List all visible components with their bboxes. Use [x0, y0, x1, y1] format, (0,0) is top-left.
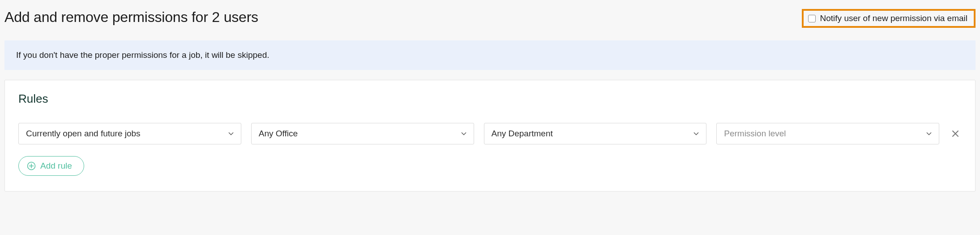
info-banner: If you don't have the proper permissions… [4, 40, 976, 70]
rule-row: Currently open and future jobs Any Offic… [18, 123, 962, 144]
add-rule-label: Add rule [40, 161, 72, 171]
notify-email-checkbox[interactable] [808, 15, 816, 22]
office-select-value: Any Office [259, 129, 298, 139]
permission-level-select[interactable]: Permission level [716, 123, 939, 144]
caret-down-icon [926, 132, 932, 135]
page-title: Add and remove permissions for 2 users [4, 9, 258, 26]
department-select-value: Any Department [492, 129, 553, 139]
rules-panel: Rules Currently open and future jobs Any… [4, 80, 976, 191]
plus-circle-icon [27, 161, 36, 170]
jobs-select[interactable]: Currently open and future jobs [18, 123, 241, 144]
header-row: Add and remove permissions for 2 users N… [4, 4, 976, 40]
permission-level-placeholder: Permission level [724, 129, 786, 139]
close-icon [951, 130, 959, 138]
info-banner-text: If you don't have the proper permissions… [16, 50, 269, 60]
office-select[interactable]: Any Office [251, 123, 474, 144]
caret-down-icon [228, 132, 234, 135]
jobs-select-value: Currently open and future jobs [26, 129, 141, 139]
notify-email-label: Notify user of new permission via email [820, 13, 967, 23]
department-select[interactable]: Any Department [484, 123, 707, 144]
remove-rule-button[interactable] [949, 127, 962, 140]
caret-down-icon [461, 132, 466, 135]
caret-down-icon [693, 132, 699, 135]
rules-heading: Rules [18, 92, 962, 106]
notify-email-highlight: Notify user of new permission via email [802, 9, 976, 28]
add-rule-button[interactable]: Add rule [18, 156, 84, 176]
